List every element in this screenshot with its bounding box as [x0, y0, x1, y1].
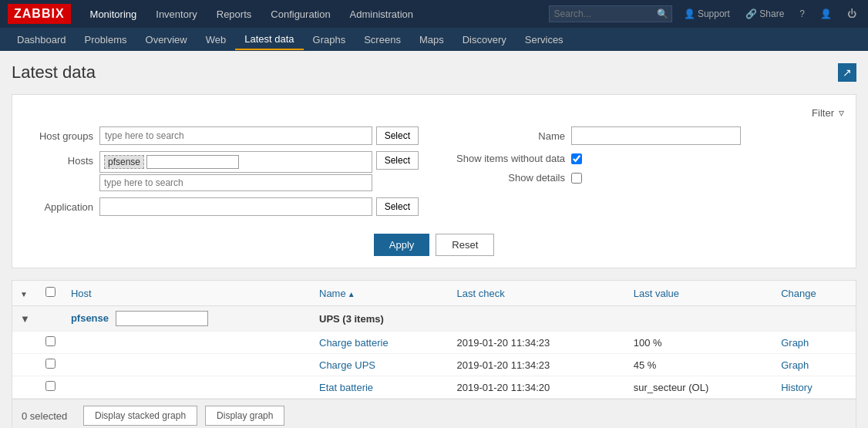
- sec-nav-overview[interactable]: Overview: [136, 30, 197, 49]
- row2-host: [63, 376, 311, 399]
- row1-check[interactable]: [45, 359, 56, 369]
- sec-nav-web[interactable]: Web: [197, 30, 236, 49]
- apply-button[interactable]: Apply: [374, 234, 430, 256]
- top-nav-configuration[interactable]: Configuration: [263, 2, 338, 26]
- row0-action-link[interactable]: Graph: [781, 337, 809, 349]
- group-row: ▼ pfsense UPS (3 items): [12, 306, 856, 332]
- row2-action[interactable]: History: [773, 376, 856, 399]
- application-controls: UPS Select: [99, 197, 419, 216]
- hosts-search-input[interactable]: [99, 174, 372, 191]
- host-groups-row: Host groups Select: [24, 126, 419, 145]
- show-items-row: Show items without data: [449, 153, 844, 164]
- help-icon[interactable]: ?: [796, 5, 809, 22]
- application-select-button[interactable]: Select: [376, 197, 419, 216]
- top-nav: ZABBIX Monitoring Inventory Reports Conf…: [0, 0, 868, 28]
- group-expand-cell[interactable]: ▼: [12, 306, 38, 332]
- sec-nav: Dashboard Problems Overview Web Latest d…: [0, 28, 868, 51]
- row2-expand: [12, 376, 38, 399]
- application-input[interactable]: UPS: [99, 197, 372, 216]
- hosts-tags-container[interactable]: pfsense: [99, 151, 372, 173]
- col-last-check-header[interactable]: Last check: [449, 281, 626, 306]
- global-search-input[interactable]: [549, 5, 672, 22]
- sec-nav-services[interactable]: Services: [516, 30, 573, 49]
- logo: ZABBIX: [8, 4, 71, 24]
- row1-last-value: 45 %: [626, 354, 773, 376]
- col-host-header[interactable]: Host: [63, 281, 311, 306]
- filter-icon: ▿: [839, 106, 844, 119]
- row0-check[interactable]: [45, 336, 56, 346]
- data-table: ▼ Host Name▲ Last check Last value Chang…: [12, 281, 856, 399]
- page-title-row: Latest data ↗: [12, 62, 856, 83]
- host-groups-input[interactable]: [99, 126, 372, 145]
- share-link[interactable]: 🔗 Share: [742, 5, 788, 22]
- hosts-controls: pfsense Select: [99, 151, 419, 191]
- page-title: Latest data: [12, 62, 96, 83]
- show-items-checkbox[interactable]: [571, 153, 582, 164]
- sec-nav-discovery[interactable]: Discovery: [453, 30, 516, 49]
- hosts-search-input-inline[interactable]: [146, 155, 239, 169]
- show-details-checkbox[interactable]: [571, 173, 582, 184]
- show-details-label: Show details: [449, 172, 565, 184]
- row0-expand: [12, 332, 38, 354]
- top-nav-inventory[interactable]: Inventory: [148, 2, 204, 26]
- top-nav-monitoring[interactable]: Monitoring: [82, 2, 145, 26]
- bottom-bar: 0 selected Display stacked graph Display…: [12, 399, 856, 428]
- host-groups-select-button[interactable]: Select: [376, 126, 419, 145]
- filter-panel: Filter ▿ Host groups Select Hosts: [12, 94, 856, 268]
- col-expand-header[interactable]: ▼: [12, 281, 38, 306]
- top-nav-administration[interactable]: Administration: [342, 2, 421, 26]
- support-link[interactable]: 👤 Support: [680, 5, 734, 22]
- sec-nav-screens[interactable]: Screens: [355, 30, 410, 49]
- col-checkbox-header[interactable]: [38, 281, 63, 306]
- col-change-header[interactable]: Change: [773, 281, 856, 306]
- power-icon[interactable]: ⏻: [843, 5, 860, 22]
- display-stacked-graph-button[interactable]: Display stacked graph: [83, 406, 197, 426]
- filter-body: Host groups Select Hosts pfsense: [24, 126, 844, 222]
- row0-checkbox[interactable]: [38, 332, 63, 354]
- row1-name[interactable]: Charge UPS: [311, 354, 449, 376]
- show-items-label: Show items without data: [449, 153, 565, 164]
- host-name-input[interactable]: [116, 311, 208, 326]
- top-nav-right: 🔍 👤 Support 🔗 Share ? 👤 ⏻: [549, 5, 860, 22]
- application-label: Application: [24, 197, 93, 213]
- page-content: Latest data ↗ Filter ▿ Host groups Selec…: [0, 51, 868, 428]
- top-nav-reports[interactable]: Reports: [209, 2, 260, 26]
- sec-nav-latest-data[interactable]: Latest data: [235, 29, 303, 50]
- sec-nav-dashboard[interactable]: Dashboard: [8, 30, 76, 49]
- data-table-wrap: ▼ Host Name▲ Last check Last value Chang…: [12, 280, 856, 428]
- group-host-cell: pfsense: [63, 306, 311, 332]
- row0-last-value: 100 %: [626, 332, 773, 354]
- row2-name[interactable]: Etat batterie: [311, 376, 449, 399]
- row1-checkbox[interactable]: [38, 354, 63, 376]
- hosts-row: Hosts pfsense Select: [24, 151, 419, 191]
- select-all-checkbox[interactable]: [45, 287, 56, 297]
- user-icon[interactable]: 👤: [816, 5, 836, 22]
- display-graph-button[interactable]: Display graph: [205, 406, 284, 426]
- top-nav-links: Monitoring Inventory Reports Configurati…: [82, 2, 549, 26]
- row2-action-link[interactable]: History: [781, 382, 812, 393]
- reset-button[interactable]: Reset: [436, 234, 494, 256]
- sec-nav-problems[interactable]: Problems: [76, 30, 136, 49]
- col-last-value-header[interactable]: Last value: [626, 281, 773, 306]
- row1-host: [63, 354, 311, 376]
- host-groups-label: Host groups: [24, 126, 93, 142]
- sec-nav-maps[interactable]: Maps: [410, 30, 453, 49]
- hosts-input-wrap: pfsense: [99, 151, 372, 191]
- host-name[interactable]: pfsense: [71, 312, 109, 324]
- name-input[interactable]: [571, 126, 741, 145]
- col-name-header[interactable]: Name▲: [311, 281, 449, 306]
- filter-header: Filter ▿: [24, 106, 844, 119]
- row1-action[interactable]: Graph: [773, 354, 856, 376]
- group-label: UPS (3 items): [319, 313, 384, 325]
- expand-button[interactable]: ↗: [838, 63, 856, 82]
- hosts-label: Hosts: [24, 151, 93, 167]
- selected-count: 0 selected: [22, 410, 76, 422]
- row0-action[interactable]: Graph: [773, 332, 856, 354]
- hosts-select-button[interactable]: Select: [376, 151, 419, 170]
- row2-check[interactable]: [45, 381, 56, 391]
- name-row: Name: [449, 126, 844, 145]
- row0-name[interactable]: Charge batterie: [311, 332, 449, 354]
- row2-checkbox[interactable]: [38, 376, 63, 399]
- sec-nav-graphs[interactable]: Graphs: [304, 30, 355, 49]
- row1-action-link[interactable]: Graph: [781, 359, 809, 371]
